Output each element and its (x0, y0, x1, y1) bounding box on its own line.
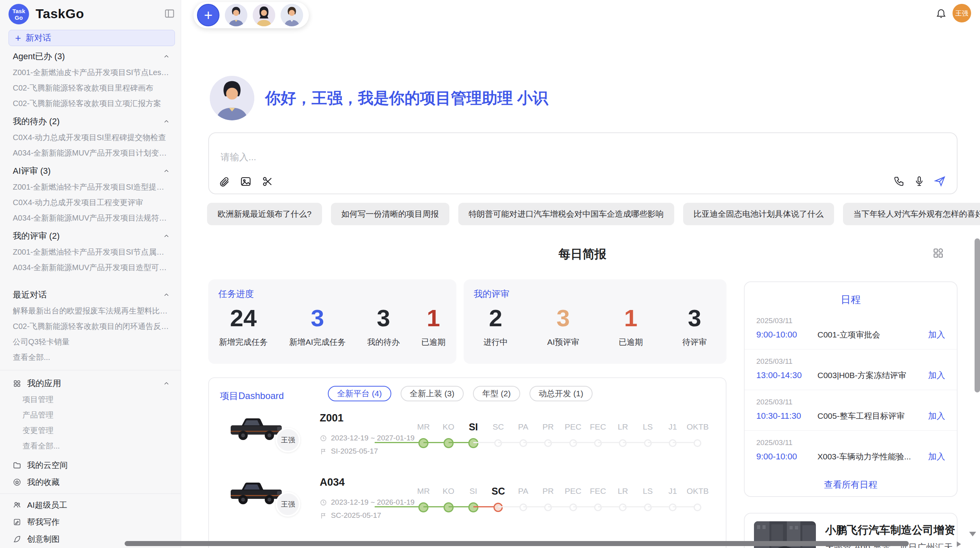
schedule-item: 2025/03/11 9:00-10:00 C001-立项审批会 加入 (745, 309, 957, 349)
join-link[interactable]: 加入 (928, 451, 945, 462)
list-item[interactable]: 查看全部... (0, 349, 181, 365)
list-item[interactable]: Z001-全新燃油轻卡产品开发项目SI造型提交物评审 (0, 179, 181, 195)
join-link[interactable]: 加入 (928, 410, 945, 422)
tab-powertrain[interactable]: 动总开发 (1) (529, 386, 593, 401)
event-title: C005-整车工程目标评审 (817, 411, 928, 421)
list-item[interactable]: 公司Q3轻卡销量 (0, 334, 181, 349)
suggestion-chip[interactable]: 如何写一份清晰的项目周报 (331, 203, 449, 225)
view-all-schedule-link[interactable]: 查看所有日程 (745, 479, 957, 491)
join-link[interactable]: 加入 (928, 370, 945, 381)
notification-bell-icon[interactable] (935, 7, 947, 19)
clock-icon (320, 435, 327, 442)
greeting-block: 你好，王强，我是你的项目管理助理 小识 (210, 76, 548, 120)
vertical-scrollbar[interactable] (975, 238, 980, 392)
project-row[interactable]: 王强 Z001 2023-12-19 ~ 2027-01-19 SI-2025-… (209, 406, 726, 472)
section-my-review[interactable]: 我的评审 (2) (0, 228, 181, 244)
list-item[interactable]: C02-飞腾新能源轻客改款项目里程碑画布 (0, 80, 181, 96)
list-item[interactable]: A034-全新新能源MUV产品开发项目法规符合性评审 (0, 210, 181, 226)
milestone-track: MR KO SI SC PA PR PEC FEC LR LS J1 OKTB (375, 479, 723, 521)
sidebar-item-help-write[interactable]: 帮我写作 (0, 514, 181, 531)
list-item[interactable]: C0X4-动力总成开发项目SI里程碑提交物检查 (0, 130, 181, 145)
scissors-icon[interactable] (262, 176, 273, 187)
dashboard-tabs: 全新平台 (4) 全新上装 (3) 年型 (2) 动总开发 (1) (328, 386, 593, 401)
list-item[interactable]: Z001-全新燃油轻卡产品开发项目SI节点属性5D文件评审 (0, 244, 181, 260)
milestone-oktb: OKTB (685, 414, 710, 448)
schedule-item: 2025/03/11 13:00-14:30 C003|H0B-方案冻结评审 加… (745, 349, 957, 390)
sidebar-item-ai-super-staff[interactable]: AI超级员工 (0, 497, 181, 514)
agent-avatar[interactable] (281, 4, 303, 26)
section-my-todo[interactable]: 我的待办 (2) (0, 113, 181, 130)
card-title: 我的评审 (474, 288, 509, 300)
event-title: C001-立项审批会 (817, 329, 928, 340)
section-my-apps[interactable]: 我的应用 (0, 375, 181, 392)
list-item[interactable]: Z001-全新燃油皮卡产品开发项目SI节点Lesson Learn报告 (0, 65, 181, 80)
suggestion-chip[interactable]: 比亚迪全固态电池计划具体说了什么 (683, 203, 834, 225)
phone-call-icon[interactable] (893, 175, 905, 187)
write-icon (13, 518, 21, 526)
join-link[interactable]: 加入 (928, 329, 945, 341)
stat-new-done: 24新增完成任务 (219, 302, 268, 348)
agent-avatar[interactable] (225, 4, 247, 26)
suggestion-chip[interactable]: 当下年轻人对汽车外观有怎样的喜好趋势 (843, 203, 980, 225)
stat-my-todo: 3我的待办 (367, 302, 400, 348)
list-item[interactable]: A034-全新新能源MUV产品开发项目造型可行性评审 (0, 260, 181, 275)
event-date: 2025/03/11 (756, 438, 945, 447)
layout-grid-icon[interactable] (932, 247, 944, 259)
sidebar-item-product-mgmt[interactable]: 产品管理 (0, 407, 181, 423)
sidebar-item-cloud-space[interactable]: 我的云空间 (0, 457, 181, 474)
logo-line1: Task (12, 8, 25, 14)
composer-placeholder: 请输入... (221, 151, 256, 163)
sidebar-item-project-mgmt[interactable]: 项目管理 (0, 392, 181, 407)
schedule-card: 日程 2025/03/11 9:00-10:00 C001-立项审批会 加入 2… (744, 281, 958, 497)
suggestion-chips: 欧洲新规最近颁布了什么? 如何写一份清晰的项目周报 特朗普可能对进口汽车增税会对… (207, 203, 980, 225)
list-item[interactable]: A034-全新新能源MUV产品开发项目计划变更表编写 (0, 145, 181, 161)
stat-new-ai-done: 3新增AI完成任务 (289, 302, 346, 348)
list-item[interactable]: C02-飞腾新能源轻客改款项目立项汇报方案 (0, 96, 181, 111)
image-upload-icon[interactable] (240, 176, 252, 187)
app-title: TaskGo (36, 6, 84, 21)
agent-avatar-bar: + (194, 2, 309, 28)
list-item[interactable]: C0X4-动力总成开发项目工程变更评审 (0, 195, 181, 210)
project-row[interactable]: 王强 A034 2023-12-19 ~ 2026-01-19 SC-2025-… (209, 470, 726, 536)
send-icon[interactable] (934, 175, 946, 187)
daily-briefing-title: 每日简报 (207, 246, 958, 262)
section-ai-review[interactable]: AI评审 (3) (0, 163, 181, 179)
event-time: 9:00-10:00 (756, 330, 817, 340)
schedule-item: 2025/03/11 9:00-10:00 X003-车辆动力学性能验... 加… (745, 430, 957, 471)
section-recent-chats[interactable]: 最近对话 (0, 287, 181, 303)
task-progress-card: 任务进度 24新增完成任务 3新增AI完成任务 3我的待办 1已逾期 (208, 279, 456, 364)
attachment-icon[interactable] (218, 176, 230, 187)
chevron-up-icon (163, 233, 170, 239)
sidebar-item-change-mgmt[interactable]: 变更管理 (0, 423, 181, 438)
microphone-icon[interactable] (913, 175, 925, 187)
sidebar: Task Go TaskGo + 新对话 Agent已办 (3) Z001-全新… (0, 0, 181, 548)
tab-new-platform[interactable]: 全新平台 (4) (328, 386, 391, 401)
schedule-title: 日程 (745, 293, 957, 307)
tab-new-body[interactable]: 全新上装 (3) (401, 386, 464, 401)
chat-composer[interactable]: 请输入... (208, 132, 958, 194)
card-title: 任务进度 (218, 288, 254, 300)
tab-model-year[interactable]: 年型 (2) (473, 386, 520, 401)
user-avatar[interactable]: 王强 (953, 4, 971, 22)
list-item[interactable]: C02-飞腾新能源轻客改款项目的闭环通告反馈情况 (0, 319, 181, 334)
scroll-right-arrow-icon[interactable] (957, 541, 961, 547)
divider (0, 370, 181, 370)
sidebar-item-view-all[interactable]: 查看全部... (0, 438, 181, 454)
apps-grid-icon (13, 379, 21, 388)
scroll-down-arrow-icon[interactable] (969, 532, 976, 536)
flag-icon (320, 448, 327, 455)
add-agent-button[interactable]: + (197, 4, 219, 26)
section-agent-done[interactable]: Agent已办 (3) (0, 48, 181, 65)
event-date: 2025/03/11 (756, 317, 945, 325)
sidebar-collapse-icon[interactable] (164, 8, 175, 19)
chevron-up-icon (163, 380, 170, 387)
agent-avatar[interactable] (253, 4, 275, 26)
horizontal-scrollbar[interactable] (125, 541, 909, 546)
suggestion-chip[interactable]: 欧洲新规最近颁布了什么? (207, 203, 322, 225)
sidebar-item-favorites[interactable]: 我的收藏 (0, 474, 181, 491)
stat-overdue: 1已逾期 (421, 302, 445, 348)
new-chat-button[interactable]: + 新对话 (9, 30, 175, 46)
suggestion-chip[interactable]: 特朗普可能对进口汽车增税会对中国车企造成哪些影响 (458, 203, 674, 225)
event-time: 13:00-14:30 (756, 370, 817, 380)
list-item[interactable]: 解释最新出台的欧盟报废车法规再生塑料比例被调至15%... (0, 303, 181, 319)
